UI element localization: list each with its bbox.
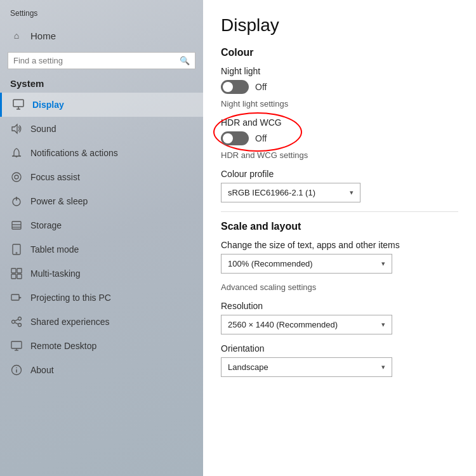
orientation-chevron: ▾ (381, 363, 385, 371)
notifications-icon (10, 147, 23, 159)
colour-profile-value: sRGB IEC61966-2.1 (1) (228, 188, 315, 197)
sidebar-label-shared: Shared experiences (30, 317, 110, 327)
main-content: Display Colour Night light Off Night lig… (203, 0, 476, 476)
svg-line-23 (15, 322, 18, 324)
search-icon: 🔍 (180, 56, 190, 65)
scale-section-heading: Scale and layout (221, 221, 458, 232)
search-input[interactable] (13, 56, 176, 65)
svg-point-29 (16, 367, 17, 369)
hdr-toggle-knob (223, 133, 233, 143)
scale-chevron: ▾ (381, 260, 385, 268)
app-title: Settings (0, 0, 203, 23)
page-title: Display (221, 15, 458, 36)
hdr-section: HDR and WCG Off (221, 117, 458, 145)
svg-rect-24 (11, 341, 22, 348)
sidebar-item-multitasking[interactable]: Multi-tasking (0, 261, 203, 286)
sidebar-item-sound[interactable]: Sound (0, 117, 203, 141)
sidebar-item-power[interactable]: Power & sleep (0, 189, 203, 213)
svg-marker-3 (12, 124, 17, 133)
projecting-icon (10, 291, 23, 304)
night-light-toggle[interactable] (221, 80, 249, 94)
colour-profile-label: Colour profile (221, 169, 458, 179)
orientation-value: Landscape (228, 362, 268, 372)
home-nav-item[interactable]: ⌂ Home (0, 23, 203, 48)
svg-point-4 (12, 173, 21, 182)
sidebar-item-projecting[interactable]: Projecting to this PC (0, 286, 203, 310)
shared-icon (10, 315, 23, 328)
sidebar: Settings ⌂ Home 🔍 System Display Sound (0, 0, 203, 476)
sidebar-label-tablet: Tablet mode (30, 244, 79, 255)
hdr-toggle-row: Off (221, 131, 458, 145)
sidebar-label-storage: Storage (30, 220, 62, 230)
orientation-label: Orientation (221, 343, 458, 354)
hdr-label: HDR and WCG (221, 117, 458, 128)
multitask-icon (10, 267, 23, 280)
resolution-value: 2560 × 1440 (Recommended) (228, 320, 338, 329)
tablet-icon (10, 243, 23, 256)
scale-value: 100% (Recommended) (228, 259, 313, 268)
sidebar-label-power: Power & sleep (30, 196, 88, 206)
scale-dropdown[interactable]: 100% (Recommended) ▾ (221, 254, 392, 274)
power-icon (10, 195, 23, 208)
sidebar-label-about: About (30, 365, 54, 375)
night-light-state: Off (255, 82, 267, 92)
svg-line-22 (15, 319, 18, 321)
orientation-dropdown[interactable]: Landscape ▾ (221, 357, 392, 377)
svg-rect-16 (17, 274, 22, 279)
divider-1 (221, 211, 458, 212)
sound-icon (10, 122, 23, 135)
sidebar-item-shared[interactable]: Shared experiences (0, 310, 203, 334)
remote-icon (10, 340, 23, 352)
resolution-chevron: ▾ (381, 321, 385, 329)
svg-rect-0 (13, 100, 23, 107)
sidebar-item-notifications[interactable]: Notifications & actions (0, 141, 203, 165)
colour-profile-dropdown[interactable]: sRGB IEC61966-2.1 (1) ▾ (221, 183, 360, 202)
sidebar-item-focus[interactable]: Focus assist (0, 165, 203, 189)
svg-rect-17 (11, 294, 19, 300)
search-bar[interactable]: 🔍 (8, 52, 195, 69)
sidebar-item-display[interactable]: Display (0, 93, 203, 117)
svg-point-12 (16, 253, 17, 254)
sidebar-label-multitasking: Multi-tasking (30, 268, 81, 279)
colour-profile-chevron: ▾ (350, 188, 354, 197)
advanced-scaling-link[interactable]: Advanced scaling settings (221, 282, 458, 292)
hdr-settings-link[interactable]: HDR and WCG settings (221, 150, 458, 160)
night-light-toggle-row: Off (221, 80, 458, 94)
sidebar-label-notifications: Notifications & actions (30, 148, 118, 158)
sidebar-item-remote[interactable]: Remote Desktop (0, 334, 203, 358)
change-size-label: Change the size of text, apps and other … (221, 240, 458, 250)
sidebar-label-projecting: Projecting to this PC (30, 293, 111, 303)
sidebar-label-display: Display (32, 100, 64, 110)
svg-rect-11 (13, 244, 20, 255)
sidebar-label-remote: Remote Desktop (30, 341, 96, 351)
sidebar-label-sound: Sound (30, 124, 56, 134)
svg-point-20 (12, 321, 15, 324)
sidebar-label-focus: Focus assist (30, 172, 80, 182)
resolution-dropdown[interactable]: 2560 × 1440 (Recommended) ▾ (221, 315, 392, 334)
hdr-state: Off (255, 133, 267, 143)
night-light-settings-link[interactable]: Night light settings (221, 99, 458, 109)
resolution-label: Resolution (221, 301, 458, 311)
colour-section-heading: Colour (221, 47, 458, 58)
display-icon (12, 98, 25, 111)
sidebar-item-about[interactable]: About (0, 358, 203, 382)
focus-icon (10, 171, 23, 183)
svg-marker-18 (19, 296, 22, 299)
home-label: Home (30, 30, 56, 41)
home-icon: ⌂ (10, 29, 23, 42)
svg-rect-8 (12, 221, 21, 229)
storage-icon (10, 219, 23, 232)
sidebar-item-storage[interactable]: Storage (0, 213, 203, 237)
about-icon (10, 364, 23, 376)
svg-rect-15 (11, 274, 16, 279)
svg-point-21 (18, 324, 22, 327)
svg-point-19 (18, 317, 22, 321)
system-heading: System (0, 76, 203, 93)
svg-point-5 (15, 175, 18, 179)
sidebar-item-tablet[interactable]: Tablet mode (0, 237, 203, 261)
hdr-toggle[interactable] (221, 131, 249, 145)
night-light-toggle-knob (223, 82, 233, 92)
night-light-label: Night light (221, 66, 458, 76)
svg-rect-13 (11, 268, 16, 273)
svg-rect-14 (17, 268, 22, 273)
